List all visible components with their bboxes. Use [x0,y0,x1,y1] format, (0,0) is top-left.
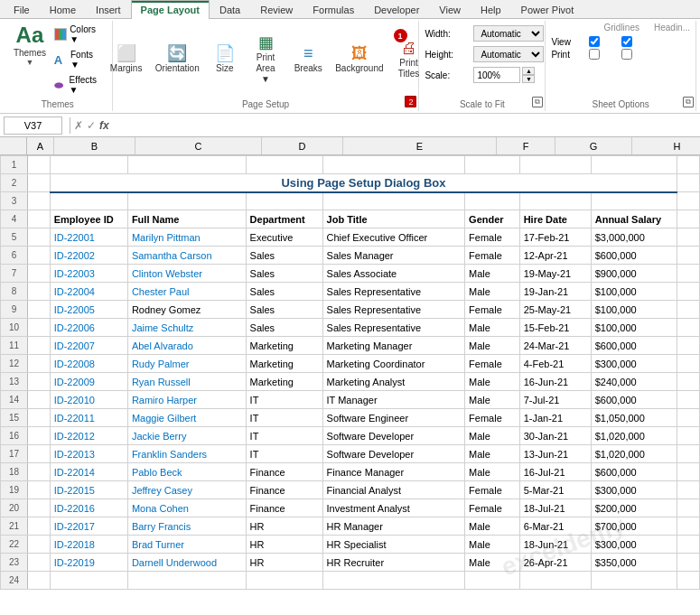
cell-d6[interactable]: Sales [246,247,322,265]
cell-a8[interactable] [28,283,51,301]
headings-view-checkbox[interactable] [621,36,632,47]
cell-f17[interactable]: Male [465,445,520,463]
cell-h10[interactable]: $100,000 [591,319,677,337]
cell-h13[interactable]: $240,000 [591,373,677,391]
sheet-options-dialog-launcher[interactable]: ⧉ [683,97,694,107]
cell-d16[interactable]: IT [246,427,322,445]
height-select[interactable]: Automatic [473,46,544,62]
cell-c1[interactable] [127,156,246,174]
cell-d20[interactable]: Finance [246,499,322,517]
cell-g16[interactable]: 30-Jan-21 [519,427,591,445]
cell-b17[interactable]: ID-22013 [50,445,127,463]
margins-button[interactable]: ⬜ Margins [105,32,148,88]
cell-d21[interactable]: HR [246,517,322,536]
cell-a12[interactable] [28,355,51,373]
cell-f14[interactable]: Male [465,391,520,409]
row-header-24[interactable]: 24 [1,572,28,590]
cell-g15[interactable]: 1-Jan-21 [519,409,591,427]
print-area-button[interactable]: ▦ PrintArea ▼ [245,32,287,88]
formula-fx-icon[interactable]: fx [99,119,109,132]
cell-c15[interactable]: Maggie Gilbert [127,409,246,427]
cell-a22[interactable] [28,536,51,554]
col-header-gender[interactable]: Gender [465,210,520,228]
cell-b5[interactable]: ID-22001 [50,228,127,247]
effects-button[interactable]: ⬬ Effects ▼ [51,73,107,97]
cell-d23[interactable]: HR [246,554,322,572]
scale-down-btn[interactable]: ▼ [522,75,535,83]
cell-h15[interactable]: $1,050,000 [591,409,677,427]
cell-e23[interactable]: HR Recruiter [322,554,465,572]
cell-h16[interactable]: $1,020,000 [591,427,677,445]
cell-f8[interactable]: Male [465,283,520,301]
cell-c5[interactable]: Marilyn Pittman [127,228,246,247]
tab-page-layout[interactable]: Page Layout [131,0,210,19]
cell-g22[interactable]: 18-Jun-21 [519,536,591,554]
name-box[interactable] [4,116,62,135]
cell-g18[interactable]: 16-Jul-21 [519,463,591,481]
cell-i2[interactable] [677,174,700,192]
cell-b12[interactable]: ID-22008 [50,355,127,373]
cell-b22[interactable]: ID-22018 [50,536,127,554]
cell-i18[interactable] [677,463,700,481]
col-header-e[interactable]: E [343,137,497,154]
cell-c17[interactable]: Franklin Sanders [127,445,246,463]
cell-b24[interactable] [50,572,127,590]
row-header-1[interactable]: 1 [1,156,28,174]
cell-c23[interactable]: Darnell Underwood [127,554,246,572]
cell-a19[interactable] [28,481,51,499]
cell-b23[interactable]: ID-22019 [50,554,127,572]
cell-g19[interactable]: 5-Mar-21 [519,481,591,499]
cell-d8[interactable]: Sales [246,283,322,301]
cell-d15[interactable]: IT [246,409,322,427]
cell-b19[interactable]: ID-22015 [50,481,127,499]
cell-f3[interactable] [465,192,520,210]
tab-data[interactable]: Data [210,0,250,19]
cell-e15[interactable]: Software Engineer [322,409,465,427]
cell-i24[interactable] [677,572,700,590]
cell-f21[interactable]: Male [465,517,520,536]
cell-f19[interactable]: Female [465,481,520,499]
formula-input[interactable] [113,119,696,132]
cell-g24[interactable] [519,572,591,590]
cell-f10[interactable]: Male [465,319,520,337]
cell-h6[interactable]: $600,000 [591,247,677,265]
cell-h3[interactable] [591,192,677,210]
cell-i15[interactable] [677,409,700,427]
cell-g12[interactable]: 4-Feb-21 [519,355,591,373]
tab-formulas[interactable]: Formulas [303,0,364,19]
cell-i1[interactable] [677,156,700,174]
cell-i16[interactable] [677,427,700,445]
cell-f13[interactable]: Male [465,373,520,391]
cell-c19[interactable]: Jeffrey Casey [127,481,246,499]
scale-dialog-launcher[interactable]: ⧉ [532,97,543,107]
cell-h23[interactable]: $350,000 [591,554,677,572]
cell-b11[interactable]: ID-22007 [50,337,127,355]
row-header-11[interactable]: 11 [1,337,28,355]
cell-d9[interactable]: Sales [246,301,322,319]
cell-a21[interactable] [28,517,51,536]
cell-i6[interactable] [677,247,700,265]
cell-a9[interactable] [28,301,51,319]
cell-g21[interactable]: 6-Mar-21 [519,517,591,536]
cell-f5[interactable]: Female [465,228,520,247]
cell-b18[interactable]: ID-22014 [50,463,127,481]
row-header-15[interactable]: 15 [1,409,28,427]
cell-d24[interactable] [246,572,322,590]
cell-a3[interactable] [28,192,51,210]
size-button[interactable]: 📄 Size [207,32,243,88]
col-header-employee-id[interactable]: Employee ID [50,210,127,228]
cell-c21[interactable]: Barry Francis [127,517,246,536]
cell-c3[interactable] [127,192,246,210]
cell-f20[interactable]: Female [465,499,520,517]
themes-button[interactable]: Aa Themes ▼ [9,23,51,79]
cell-c6[interactable]: Samantha Carson [127,247,246,265]
cell-f12[interactable]: Female [465,355,520,373]
col-header-h[interactable]: H [632,137,700,154]
cell-b6[interactable]: ID-22002 [50,247,127,265]
tab-view[interactable]: View [429,0,471,19]
cell-h19[interactable]: $300,000 [591,481,677,499]
cell-i13[interactable] [677,373,700,391]
breaks-button[interactable]: ≡ Breaks [288,32,328,88]
cell-e14[interactable]: IT Manager [322,391,465,409]
row-header-14[interactable]: 14 [1,391,28,409]
